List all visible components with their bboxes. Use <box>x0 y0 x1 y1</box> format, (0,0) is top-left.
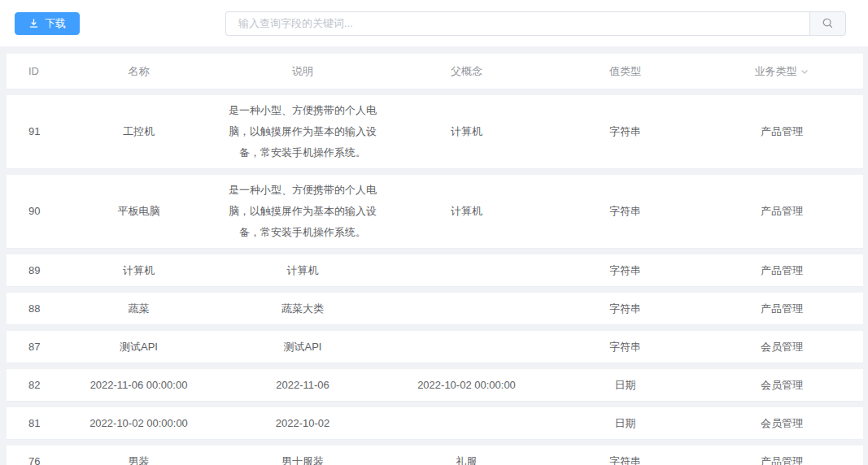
search-input[interactable] <box>225 11 809 36</box>
cell-business-type: 产品管理 <box>700 298 863 319</box>
cell-description: 是一种小型、方便携带的个人电脑，以触摸屏作为基本的输入设备，常安装手机操作系统。 <box>222 180 383 243</box>
cell-description: 2022-11-06 <box>222 375 383 396</box>
search-button[interactable] <box>809 11 846 36</box>
cell-id: 89 <box>7 260 55 281</box>
cell-name: 计算机 <box>55 260 222 281</box>
cell-id: 90 <box>7 201 55 222</box>
search-group <box>225 11 846 36</box>
download-button-label: 下载 <box>45 16 66 31</box>
concept-table: ID 名称 说明 父概念 值类型 业务类型 91 工控机 是一种小型、方便携带的… <box>0 46 868 465</box>
cell-value-type: 字符串 <box>550 337 700 358</box>
table-row[interactable]: 87 测试API 测试API 字符串 会员管理 <box>7 331 863 363</box>
cell-name: 2022-10-02 00:00:00 <box>55 413 222 434</box>
table-row[interactable]: 81 2022-10-02 00:00:00 2022-10-02 日期 会员管… <box>7 407 863 440</box>
cell-name: 测试API <box>55 337 222 358</box>
cell-id: 76 <box>7 451 55 465</box>
cell-name: 2022-11-06 00:00:00 <box>55 375 222 396</box>
cell-value-type: 字符串 <box>550 201 700 222</box>
cell-description: 2022-10-02 <box>222 413 383 434</box>
column-header-name: 名称 <box>55 61 222 82</box>
download-icon <box>28 18 39 28</box>
cell-name: 蔬菜 <box>55 298 222 319</box>
cell-value-type: 字符串 <box>550 260 700 281</box>
table-row[interactable]: 89 计算机 计算机 字符串 产品管理 <box>7 254 863 287</box>
table-header-row: ID 名称 说明 父概念 值类型 业务类型 <box>7 54 863 89</box>
cell-parent: 2022-10-02 00:00:00 <box>383 375 550 396</box>
column-header-id: ID <box>7 61 55 82</box>
cell-description: 男士服装 <box>222 451 383 465</box>
cell-value-type: 字符串 <box>550 298 700 319</box>
table-row[interactable]: 82 2022-11-06 00:00:00 2022-11-06 2022-1… <box>7 369 863 402</box>
cell-description: 是一种小型、方便携带的个人电脑，以触摸屏作为基本的输入设备，常安装手机操作系统。 <box>222 100 383 163</box>
cell-name: 工控机 <box>55 121 222 142</box>
cell-name: 男装 <box>55 451 222 465</box>
cell-id: 87 <box>7 337 55 358</box>
cell-business-type: 产品管理 <box>700 121 863 142</box>
cell-value-type: 字符串 <box>550 121 700 142</box>
cell-business-type: 会员管理 <box>700 337 863 358</box>
cell-id: 91 <box>7 121 55 142</box>
table-row[interactable]: 76 男装 男士服装 礼服 字符串 产品管理 <box>7 445 863 465</box>
cell-parent: 计算机 <box>383 121 550 142</box>
toolbar: 下载 <box>0 0 868 46</box>
cell-business-type: 会员管理 <box>700 413 863 434</box>
search-icon <box>822 17 834 29</box>
cell-name: 平板电脑 <box>55 201 222 222</box>
cell-parent: 礼服 <box>383 451 550 465</box>
cell-id: 82 <box>7 375 55 396</box>
table-row[interactable]: 88 蔬菜 蔬菜大类 字符串 产品管理 <box>7 293 863 325</box>
download-button[interactable]: 下载 <box>15 12 80 35</box>
column-header-business-type: 业务类型 <box>700 61 863 82</box>
column-header-value-type: 值类型 <box>550 61 700 82</box>
cell-id: 81 <box>7 413 55 434</box>
chevron-down-icon <box>797 67 809 76</box>
cell-value-type: 日期 <box>550 413 700 434</box>
column-header-business-type-label: 业务类型 <box>755 61 797 82</box>
cell-value-type: 字符串 <box>550 451 700 465</box>
table-row[interactable]: 91 工控机 是一种小型、方便携带的个人电脑，以触摸屏作为基本的输入设备，常安装… <box>7 95 863 169</box>
business-type-filter[interactable]: 业务类型 <box>755 61 809 82</box>
column-header-parent: 父概念 <box>383 61 550 82</box>
cell-parent: 计算机 <box>383 201 550 222</box>
table-body: 91 工控机 是一种小型、方便携带的个人电脑，以触摸屏作为基本的输入设备，常安装… <box>7 95 863 465</box>
cell-description: 蔬菜大类 <box>222 298 383 319</box>
cell-description: 测试API <box>222 337 383 358</box>
cell-business-type: 会员管理 <box>700 375 863 396</box>
cell-value-type: 日期 <box>550 375 700 396</box>
table-row[interactable]: 90 平板电脑 是一种小型、方便携带的个人电脑，以触摸屏作为基本的输入设备，常安… <box>7 175 863 249</box>
column-header-description: 说明 <box>222 61 383 82</box>
cell-business-type: 产品管理 <box>700 260 863 281</box>
cell-business-type: 产品管理 <box>700 451 863 465</box>
cell-id: 88 <box>7 298 55 319</box>
cell-description: 计算机 <box>222 260 383 281</box>
cell-business-type: 产品管理 <box>700 201 863 222</box>
